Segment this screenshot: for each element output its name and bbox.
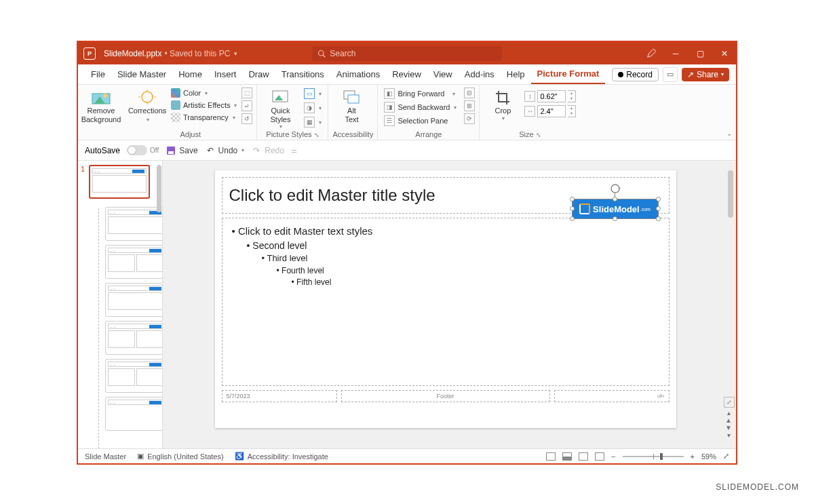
quick-styles-button[interactable]: Quick Styles▾ [261,88,299,130]
undo-button[interactable]: ↶Undo▾ [205,145,245,156]
zoom-slider[interactable] [623,456,684,457]
picture-layout-button[interactable]: ▦▾ [302,116,324,128]
resize-handle[interactable] [570,206,575,211]
redo-button[interactable]: ↷Redo [251,145,284,156]
normal-view-button[interactable] [546,452,556,461]
status-accessibility[interactable]: ♿Accessibility: Investigate [235,452,328,461]
thumbnail-scrollbar[interactable] [157,165,161,212]
layout-thumbnail[interactable]: _____ [105,359,163,393]
adjust-group-label: Adjust [128,130,252,138]
tab-addins[interactable]: Add-ins [459,64,501,84]
tab-insert[interactable]: Insert [208,64,243,84]
tab-home[interactable]: Home [172,64,208,84]
corrections-button[interactable]: Corrections▾ [128,88,166,123]
record-button[interactable]: Record [612,68,659,81]
title-dropdown-icon[interactable]: ▾ [234,50,237,57]
qat-overflow-icon[interactable]: ⚌ [291,147,297,154]
remove-background-button[interactable]: Remove Background [82,88,120,123]
tab-file[interactable]: File [85,64,111,84]
maximize-button[interactable]: ▢ [694,47,706,60]
accessibility-group-label: Accessibility [332,130,373,138]
svg-rect-13 [348,95,359,103]
share-button[interactable]: ↗Share▾ [682,68,729,81]
save-icon [166,145,176,156]
resize-handle[interactable] [656,216,661,221]
tab-draw[interactable]: Draw [242,64,275,84]
master-thumbnail[interactable]: _____ [89,165,150,199]
date-placeholder[interactable]: 5/7/2023 [222,390,337,402]
footer-placeholder[interactable]: Footer [341,390,550,402]
status-mode[interactable]: Slide Master [85,452,126,461]
tab-transitions[interactable]: Transitions [275,64,330,84]
slidenum-placeholder[interactable]: ‹#› [554,390,670,402]
width-field[interactable]: ↔▴▾ [524,105,576,117]
reading-view-button[interactable] [579,452,588,461]
resize-handle[interactable] [613,197,617,201]
slide-canvas[interactable]: ⤢ ▴▲▼▾ Click to edit Master title style … [163,161,736,448]
minimize-button[interactable]: ─ [670,47,682,60]
thumbnail-panel[interactable]: 1 _____ _____ _____ _____ _____ _____ __… [78,161,163,448]
autosave-label: AutoSave [85,146,120,155]
search-placeholder: Search [330,49,355,58]
save-button[interactable]: Save [166,145,197,156]
change-picture-button[interactable]: ⤾ [241,100,252,111]
rotate-button[interactable]: ⟳ [464,113,475,124]
fit-to-window-button[interactable]: ⤢ [724,397,735,408]
layout-thumbnail[interactable]: _____ [105,245,163,279]
resize-handle[interactable] [656,197,661,201]
artistic-effects-button[interactable]: Artistic Effects▾ [169,100,239,111]
picture-effects-button[interactable]: ◑▾ [302,102,324,114]
body-placeholder[interactable]: Click to edit Master text styles Second … [222,218,670,386]
tab-animations[interactable]: Animations [330,64,386,84]
nav-arrows[interactable]: ▴▲▼▾ [724,409,733,439]
width-icon: ↔ [524,106,535,117]
layout-thumbnail[interactable]: _____ [105,283,163,317]
slide[interactable]: Click to edit Master title style Click t… [215,170,676,428]
send-backward-button[interactable]: ◨Send Backward▾ [382,101,459,113]
status-language[interactable]: ▣English (United States) [137,452,224,461]
autosave-toggle[interactable]: Off [127,145,159,155]
compress-pictures-button[interactable]: ⬚ [241,88,252,98]
picture-border-button[interactable]: ▭▾ [302,88,324,100]
selection-pane-button[interactable]: ☰Selection Pane [382,115,459,127]
resize-handle[interactable] [613,216,617,221]
crop-button[interactable]: Crop▾ [484,88,522,121]
bring-forward-button[interactable]: ◧Bring Forward▾ [382,88,459,100]
collapse-ribbon-icon[interactable]: ⌄ [726,130,732,137]
layout-thumbnail[interactable]: _____ [105,397,163,431]
resize-handle[interactable] [656,206,661,211]
transparency-button[interactable]: Transparency▾ [169,112,239,123]
canvas-scrollbar[interactable] [728,170,733,218]
zoom-out-button[interactable]: − [611,452,615,461]
layout-thumbnail[interactable]: _____ [105,207,163,241]
svg-point-4 [103,94,107,98]
tab-slide-master[interactable]: Slide Master [111,64,172,84]
reset-picture-button[interactable]: ↺ [241,113,252,124]
tab-picture-format[interactable]: Picture Format [531,64,606,84]
height-field[interactable]: ↕▴▾ [524,90,576,102]
alt-text-button[interactable]: Alt Text [332,88,370,123]
svg-point-5 [142,92,153,102]
close-button[interactable]: ✕ [718,47,731,60]
tab-view[interactable]: View [427,64,459,84]
rotate-handle[interactable] [610,183,621,194]
align-button[interactable]: ⊟ [464,88,475,98]
slideshow-button[interactable] [595,452,604,461]
search-icon [317,50,326,58]
filename[interactable]: SlideModel.pptx [104,49,161,58]
present-button[interactable]: ▭ [663,67,678,82]
group-button[interactable]: ⊞ [464,100,475,111]
selected-logo-image[interactable]: SlideModel.com [572,199,659,219]
fit-button[interactable]: ⤢ [723,452,729,461]
resize-handle[interactable] [570,216,575,221]
pen-icon[interactable] [645,47,657,60]
search-input[interactable]: Search [312,46,502,61]
tab-help[interactable]: Help [501,64,531,84]
zoom-in-button[interactable]: + [691,452,695,461]
layout-thumbnail[interactable]: _____ [105,321,163,355]
color-button[interactable]: Color▾ [169,88,239,98]
tab-review[interactable]: Review [386,64,427,84]
zoom-value[interactable]: 59% [701,452,716,461]
resize-handle[interactable] [570,197,575,201]
sorter-view-button[interactable] [562,452,572,461]
